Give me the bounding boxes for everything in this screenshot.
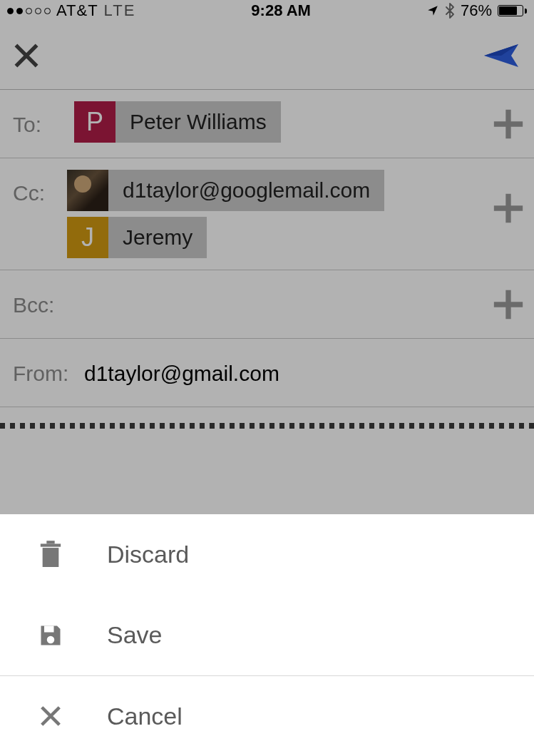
cancel-button[interactable]: Cancel bbox=[0, 675, 534, 756]
svg-point-4 bbox=[47, 635, 55, 643]
close-icon bbox=[36, 705, 66, 727]
svg-rect-2 bbox=[46, 541, 54, 543]
save-label: Save bbox=[107, 621, 163, 649]
cancel-label: Cancel bbox=[107, 703, 183, 730]
svg-rect-1 bbox=[41, 543, 61, 546]
trash-icon bbox=[36, 541, 66, 569]
save-button[interactable]: Save bbox=[0, 595, 534, 675]
action-sheet: Discard Save Cancel bbox=[0, 514, 534, 756]
svg-rect-0 bbox=[43, 548, 59, 567]
svg-rect-3 bbox=[44, 625, 54, 632]
save-icon bbox=[36, 623, 66, 648]
discard-button[interactable]: Discard bbox=[0, 514, 534, 595]
discard-label: Discard bbox=[107, 541, 189, 568]
